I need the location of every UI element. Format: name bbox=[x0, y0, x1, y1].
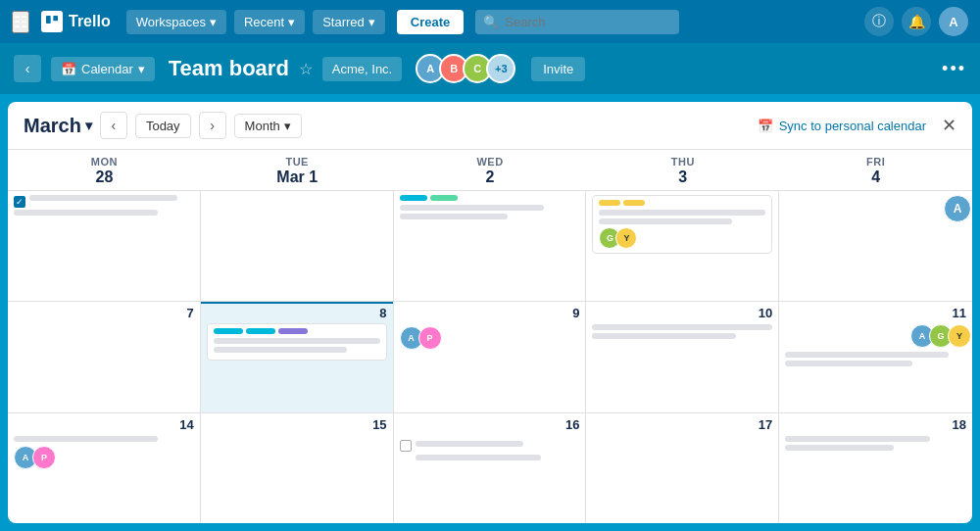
board-title: Team board bbox=[169, 56, 289, 81]
search-input[interactable] bbox=[475, 10, 679, 34]
day-cell-8[interactable]: 8 bbox=[201, 302, 394, 411]
grid-icon[interactable]: ☷ bbox=[12, 11, 29, 33]
event-block-tue8[interactable] bbox=[207, 323, 387, 361]
nav-right: ⓘ 🔔 A bbox=[864, 7, 968, 36]
avatar-thu3-2: Y bbox=[615, 227, 637, 249]
board-header: ‹ 📅 Calendar ▾ Team board ☆ Acme, Inc. A… bbox=[0, 43, 980, 94]
close-btn[interactable]: ✕ bbox=[942, 115, 956, 136]
calendar-row-2: 7 8 bbox=[8, 302, 972, 412]
chevron-down-icon: ▾ bbox=[85, 118, 92, 133]
day-cell-17[interactable]: 17 bbox=[586, 413, 779, 523]
chevron-down-icon: ▾ bbox=[210, 15, 217, 29]
create-btn[interactable]: Create bbox=[397, 10, 464, 34]
calendar-row-3: 14 A P 15 16 bbox=[8, 413, 972, 523]
avatar-mon14-2: P bbox=[32, 446, 56, 469]
checkbox-icon: ✓ bbox=[14, 196, 25, 208]
day-cell-2[interactable] bbox=[394, 191, 587, 301]
workspaces-btn[interactable]: Workspaces ▾ bbox=[126, 10, 226, 34]
today-btn[interactable]: Today bbox=[135, 114, 191, 138]
day-cell-mar1[interactable] bbox=[201, 191, 394, 301]
day-headers: Mon28 TueMar 1 Wed2 Thu3 Fri4 bbox=[8, 150, 972, 191]
calendar-grid: Mon28 TueMar 1 Wed2 Thu3 Fri4 ✓ bbox=[8, 150, 972, 523]
today-indicator bbox=[201, 302, 393, 304]
day-cell-10[interactable]: 10 bbox=[586, 302, 779, 411]
more-options-btn[interactable]: ••• bbox=[942, 59, 966, 79]
calendar-row-1: ✓ bbox=[8, 191, 972, 302]
header-fri: Fri4 bbox=[779, 150, 972, 190]
calendar-toolbar: March ▾ ‹ Today › Month ▾ 📅 Sync to pers… bbox=[8, 102, 972, 150]
header-wed: Wed2 bbox=[394, 150, 587, 190]
calendar-wrapper: March ▾ ‹ Today › Month ▾ 📅 Sync to pers… bbox=[8, 102, 972, 523]
checkbox-empty bbox=[400, 440, 412, 452]
prev-month-btn[interactable]: ‹ bbox=[100, 112, 127, 139]
starred-btn[interactable]: Starred ▾ bbox=[313, 10, 385, 34]
recent-btn[interactable]: Recent ▾ bbox=[234, 10, 305, 34]
header-mon: Mon28 bbox=[8, 150, 201, 190]
header-thu: Thu3 bbox=[586, 150, 779, 190]
chevron-down-icon: ▾ bbox=[284, 119, 291, 133]
member-avatars: A B C +3 bbox=[416, 54, 515, 83]
avatar-fri11-3: Y bbox=[948, 324, 971, 348]
notification-bell-btn[interactable]: 🔔 bbox=[902, 7, 931, 36]
event-block-thu3[interactable]: G Y bbox=[592, 195, 772, 254]
month-view-btn[interactable]: Month ▾ bbox=[234, 114, 302, 138]
back-btn[interactable]: ‹ bbox=[14, 55, 41, 82]
trello-logo[interactable]: Trello bbox=[41, 11, 111, 32]
day-cell-9[interactable]: 9 A P bbox=[394, 302, 587, 411]
day-cell-4[interactable]: A bbox=[779, 191, 972, 301]
sync-calendar-btn[interactable]: 📅 Sync to personal calendar bbox=[758, 119, 926, 133]
search-wrap: 🔍 bbox=[475, 10, 750, 34]
top-nav: ☷ Trello Workspaces ▾ Recent ▾ Starred ▾… bbox=[0, 0, 980, 43]
day-cell-15[interactable]: 15 bbox=[201, 413, 394, 523]
header-tue: TueMar 1 bbox=[201, 150, 394, 190]
star-btn[interactable]: ☆ bbox=[299, 60, 313, 78]
chevron-down-icon: ▾ bbox=[288, 15, 295, 29]
day-cell-7[interactable]: 7 bbox=[8, 302, 201, 411]
invite-btn[interactable]: Invite bbox=[531, 57, 585, 81]
calendar-view-btn[interactable]: 📅 Calendar ▾ bbox=[51, 57, 155, 81]
day-cell-3[interactable]: G Y bbox=[586, 191, 779, 301]
month-title[interactable]: March ▾ bbox=[24, 115, 92, 137]
day-cell-14[interactable]: 14 A P bbox=[8, 413, 201, 523]
day-cell-16[interactable]: 16 bbox=[394, 413, 587, 523]
next-month-btn[interactable]: › bbox=[199, 112, 226, 139]
svg-rect-0 bbox=[46, 16, 51, 24]
avatar-fri4: A bbox=[944, 195, 971, 222]
info-icon-btn[interactable]: ⓘ bbox=[864, 7, 894, 36]
more-members-badge[interactable]: +3 bbox=[486, 54, 515, 83]
calendar-icon: 📅 bbox=[61, 62, 76, 76]
day-cell-11[interactable]: 11 A G Y bbox=[779, 302, 972, 411]
calendar-icon: 📅 bbox=[758, 119, 773, 133]
chevron-down-icon: ▾ bbox=[138, 62, 145, 76]
user-avatar[interactable]: A bbox=[939, 7, 968, 36]
avatar-wed9-2: P bbox=[418, 326, 442, 350]
day-cell-18[interactable]: 18 bbox=[779, 413, 972, 523]
workspace-btn[interactable]: Acme, Inc. bbox=[322, 57, 402, 81]
svg-rect-1 bbox=[53, 16, 58, 21]
day-cell-28[interactable]: ✓ bbox=[8, 191, 201, 301]
chevron-down-icon: ▾ bbox=[368, 15, 375, 29]
trello-name: Trello bbox=[69, 13, 111, 30]
calendar-rows: ✓ bbox=[8, 191, 972, 523]
